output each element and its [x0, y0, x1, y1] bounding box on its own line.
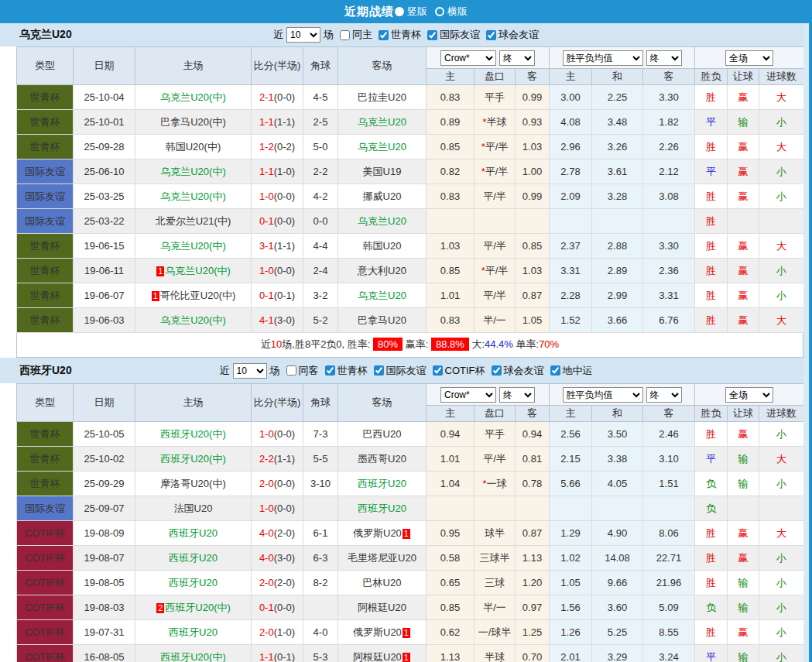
odds-company-group: Crow*终 [427, 384, 550, 406]
horizontal-layout-label[interactable]: 横版 [447, 5, 468, 19]
match-type: 国际友谊 [17, 209, 74, 234]
halftime-score: (0-0) [274, 91, 295, 103]
corner-score: 7-3 [303, 422, 338, 447]
score: 0-1(0-0) [252, 209, 303, 234]
handicap-label: 平/半 [483, 453, 506, 465]
scope-select[interactable]: 全场 [725, 50, 773, 66]
handicap-label: 平/半 [485, 265, 509, 276]
avg-lose-odds: 8.55 [643, 620, 695, 645]
league-checkbox-国际友谊[interactable] [427, 30, 437, 40]
odds-company-select[interactable]: Crow* [440, 50, 496, 66]
result: 胜 [695, 620, 728, 645]
team-label: 意大利U20 [358, 265, 406, 276]
goals-result: 大 [759, 135, 804, 159]
home-odds: 1.01 [427, 447, 475, 472]
goals-result: 小 [759, 645, 804, 662]
handicap: 三球半 [475, 546, 516, 571]
handicap-label: 平/半 [485, 141, 509, 153]
match-count-select[interactable]: 10 [286, 27, 320, 43]
column-header: 角球 [303, 47, 338, 85]
column-header: 类型 [17, 384, 74, 422]
away-team: 西班牙U20 [338, 472, 427, 496]
avg-draw-odds: 4.05 [592, 472, 643, 496]
handicap: 半球 [475, 645, 516, 662]
handicap-label: 三球半 [480, 552, 510, 564]
column-header: 日期 [74, 384, 135, 422]
sub-column-header: 胜负 [695, 406, 728, 422]
avg-win-odds: 4.08 [550, 110, 592, 135]
team-label: 摩洛哥U20(中) [160, 478, 226, 489]
away-odds: 0.87 [516, 283, 550, 308]
home-odds: 0.83 [427, 184, 475, 209]
fulltime-score: 4-1 [259, 314, 274, 326]
team-label: 乌克兰U20(中) [160, 91, 226, 103]
sub-column-header: 主 [550, 406, 592, 422]
filter-controls: 近10场同客世青杯国际友谊COTIF杯球会友谊地中运 [0, 358, 812, 383]
avg-state-select[interactable]: 终 [646, 387, 682, 403]
summary-segment: 70% [539, 338, 559, 350]
halftime-score: (1-1) [274, 453, 295, 465]
page: 近期战绩 竖版 横版 乌克兰U20近10场同主世青杯国际友谊球会友谊类型日期主场… [0, 0, 812, 662]
avg-win-odds: 2.09 [550, 184, 592, 209]
away-odds: 1.13 [516, 546, 550, 571]
home-odds: 0.85 [427, 595, 475, 620]
match-count-select[interactable]: 10 [233, 363, 267, 379]
home-odds: 1.03 [427, 234, 475, 259]
halftime-score: (1-0) [274, 166, 295, 177]
team-label: 西班牙U20 [358, 503, 406, 514]
avg-draw-odds: 14.08 [592, 546, 643, 571]
same-venue-checkbox[interactable] [286, 365, 296, 376]
odds-state-select[interactable]: 终 [499, 387, 535, 403]
away-team: 乌克兰U20 [338, 209, 427, 234]
league-checkbox-国际友谊[interactable] [374, 365, 384, 376]
corner-score: 4-2 [303, 184, 338, 209]
corner-score: 5-2 [303, 308, 338, 333]
league-checkbox-COTIF杯[interactable] [433, 365, 443, 376]
odds-company-select[interactable]: Crow* [440, 387, 496, 403]
home-team: 西班牙U20 [135, 521, 252, 546]
corner-score: 5-5 [303, 447, 338, 472]
horizontal-layout-radio[interactable] [435, 7, 444, 16]
fulltime-score: 2-2 [259, 453, 274, 465]
team-name: 西班牙U20 [19, 364, 72, 378]
halftime-score: (0-0) [274, 190, 295, 202]
odds-state-select[interactable]: 终 [499, 50, 535, 66]
league-checkbox-世青杯[interactable] [379, 30, 389, 40]
home-team: 摩洛哥U20(中) [135, 472, 252, 496]
avg-lose-odds: 2.36 [643, 259, 695, 283]
vertical-layout-radio[interactable] [395, 7, 404, 16]
avg-odds-group: 胜平负均值终 [550, 384, 695, 406]
result: 平 [695, 645, 728, 662]
match-type: COTIF杯 [17, 645, 74, 662]
same-venue-checkbox[interactable] [340, 30, 350, 40]
avg-odds-select[interactable]: 胜平负均值 [563, 50, 643, 66]
column-header: 日期 [74, 47, 135, 85]
team-label: 西班牙U20(中) [165, 602, 231, 613]
handicap: *平/半 [475, 259, 516, 283]
sub-column-header: 进球数 [759, 69, 804, 85]
league-checkbox-地中运[interactable] [550, 365, 560, 376]
handicap-label: 三球 [485, 577, 505, 588]
match-date: 19-07-31 [74, 620, 135, 645]
league-checkbox-球会友谊[interactable] [492, 365, 502, 376]
team-label: 俄罗斯U20 [353, 626, 402, 638]
handicap-result: 赢 [728, 308, 759, 333]
away-team: 毛里塔尼亚U20 [338, 546, 427, 571]
halftime-score: (3-0) [274, 314, 295, 326]
scope-select[interactable]: 全场 [725, 387, 773, 403]
match-type: 世青杯 [17, 472, 74, 496]
league-checkbox-球会友谊[interactable] [486, 30, 496, 40]
avg-odds-select[interactable]: 胜平负均值 [563, 387, 643, 403]
match-type: 国际友谊 [17, 184, 74, 209]
home-odds: 0.85 [427, 259, 475, 283]
column-header: 比分(半场) [252, 384, 303, 422]
avg-state-select[interactable]: 终 [646, 50, 682, 66]
handicap-label: 半球 [487, 116, 507, 128]
handicap-result: 赢 [728, 620, 759, 645]
league-checkbox-世青杯[interactable] [325, 365, 335, 376]
match-date: 19-08-07 [74, 546, 135, 571]
away-odds: 0.99 [516, 184, 550, 209]
away-odds: 1.00 [516, 159, 550, 184]
vertical-layout-label[interactable]: 竖版 [407, 5, 427, 19]
avg-lose-odds: 5.09 [643, 595, 695, 620]
